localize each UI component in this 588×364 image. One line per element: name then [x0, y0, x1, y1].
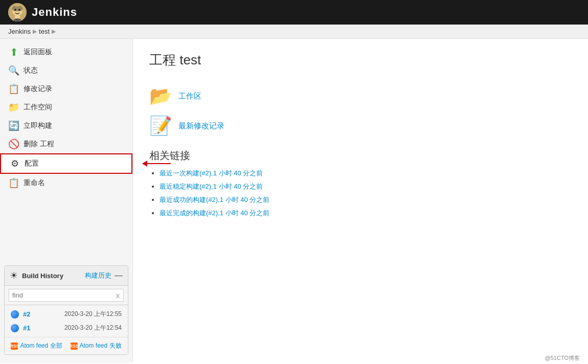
related-link-2[interactable]: 最近稳定构建(#2),1 小时 40 分之前 — [160, 183, 263, 190]
breadcrumb-sep-2: ▶ — [52, 28, 56, 35]
build-status-ball-1 — [11, 324, 19, 332]
build-search-input[interactable] — [9, 289, 124, 302]
workspace-item: 📂 工作区 — [149, 85, 572, 107]
delete-icon: 🚫 — [8, 139, 19, 150]
build-date-2: 2020-3-20 上午12:55 — [64, 310, 122, 318]
related-links-list: 最近一次构建(#2),1 小时 40 分之前 最近稳定构建(#2),1 小时 4… — [149, 169, 572, 218]
sidebar-nav: ⬆ 返回面板 🔍 状态 📋 修改记录 📁 工作空间 🔄 立即构建 🚫 — [0, 43, 132, 261]
list-item: 最近成功的构建(#2),1 小时 40 分之前 — [160, 195, 572, 204]
svg-rect-4 — [12, 6, 22, 11]
workspace-link[interactable]: 工作区 — [178, 92, 201, 101]
atom-feed-fail-label: Atom feed 失败 — [80, 342, 122, 350]
build-footer: RSS Atom feed 全部 RSS Atom feed 失败 — [5, 337, 128, 354]
project-title: 工程 test — [149, 51, 572, 69]
build-history-title: Build History — [22, 272, 63, 280]
sidebar-label-rename: 重命名 — [24, 178, 45, 188]
rss-icon-fail: RSS — [71, 343, 78, 350]
breadcrumb-test[interactable]: test — [39, 28, 50, 35]
atom-feed-all-label: Atom feed 全部 — [20, 342, 62, 350]
changelog-link[interactable]: 最新修改记录 — [178, 121, 224, 131]
workspace-section: 📂 工作区 📝 最新修改记录 — [149, 85, 572, 136]
build-history-icon: ☀ — [10, 270, 18, 281]
changelog-icon: 📝 — [149, 115, 172, 136]
sidebar-label-build-now: 立即构建 — [24, 121, 52, 130]
status-icon: 🔍 — [8, 65, 19, 76]
main-content: 工程 test 📂 工作区 📝 最新修改记录 相关链接 最近一次构建(#2),1… — [133, 39, 588, 363]
table-row[interactable]: #1 2020-3-20 上午12:54 — [5, 321, 128, 335]
build-history-link[interactable]: 构建历史 — [85, 271, 111, 280]
app-title: Jenkins — [32, 6, 77, 19]
list-item: 最近完成的构建(#2),1 小时 40 分之前 — [160, 209, 572, 218]
sidebar-label-workspace: 工作空间 — [24, 103, 52, 112]
configure-icon: ⚙ — [9, 158, 20, 169]
sidebar-label-delete: 删除 工程 — [24, 140, 54, 149]
sidebar-item-configure[interactable]: ⚙ 配置 — [0, 153, 132, 174]
folder-icon: 📂 — [149, 85, 172, 107]
build-history-header: ☀ Build History 构建历史 — — [5, 266, 128, 286]
sidebar-item-rename[interactable]: 📋 重命名 — [0, 174, 132, 192]
related-title: 相关链接 — [149, 149, 572, 163]
breadcrumb: Jenkins ▶ test ▶ — [0, 25, 588, 39]
table-row[interactable]: #2 2020-3-20 上午12:55 — [5, 307, 128, 321]
sidebar-label-status: 状态 — [24, 66, 38, 75]
atom-feed-all-link[interactable]: RSS Atom feed 全部 — [11, 342, 62, 350]
build-date-1: 2020-3-20 上午12:54 — [64, 324, 122, 332]
sidebar-label-changes: 修改记录 — [24, 84, 52, 94]
breadcrumb-sep-1: ▶ — [33, 28, 37, 35]
sidebar-item-workspace[interactable]: 📁 工作空间 — [0, 98, 132, 117]
back-icon: ⬆ — [8, 47, 19, 58]
build-dash: — — [115, 271, 123, 280]
sidebar-item-changes[interactable]: 📋 修改记录 — [0, 80, 132, 98]
jenkins-avatar — [8, 3, 27, 21]
build-history-title-group: ☀ Build History — [10, 270, 63, 281]
build-now-icon: 🔄 — [8, 120, 19, 131]
logo[interactable]: Jenkins — [8, 3, 77, 21]
sidebar-item-delete[interactable]: 🚫 删除 工程 — [0, 135, 132, 153]
footer-text: @51CTO博客 — [545, 355, 580, 361]
related-link-4[interactable]: 最近完成的构建(#2),1 小时 40 分之前 — [160, 209, 269, 217]
related-link-1[interactable]: 最近一次构建(#2),1 小时 40 分之前 — [160, 169, 263, 177]
rename-icon: 📋 — [8, 177, 19, 189]
build-list: #2 2020-3-20 上午12:55 #1 2020-3-20 上午12:5… — [5, 305, 128, 337]
breadcrumb-jenkins[interactable]: Jenkins — [8, 28, 31, 35]
workspace-icon: 📁 — [8, 102, 19, 113]
arrow-shaft — [143, 163, 171, 164]
app-header: Jenkins — [0, 0, 588, 25]
sidebar-item-configure-wrapper: ⚙ 配置 — [0, 153, 132, 174]
sidebar-item-back[interactable]: ⬆ 返回面板 — [0, 43, 132, 61]
related-section: 相关链接 最近一次构建(#2),1 小时 40 分之前 最近稳定构建(#2),1… — [149, 149, 572, 218]
build-status-ball-2 — [11, 310, 19, 318]
sidebar-label-back: 返回面板 — [24, 48, 52, 57]
rss-icon-all: RSS — [11, 343, 18, 350]
build-search-clear[interactable]: x — [116, 291, 120, 300]
sidebar-label-configure: 配置 — [25, 159, 39, 168]
list-item: 最近一次构建(#2),1 小时 40 分之前 — [160, 169, 572, 178]
build-link-1[interactable]: #1 — [23, 324, 30, 332]
configure-arrow — [143, 163, 171, 164]
main-layout: ⬆ 返回面板 🔍 状态 📋 修改记录 📁 工作空间 🔄 立即构建 🚫 — [0, 39, 588, 363]
changelog-item: 📝 最新修改记录 — [149, 115, 572, 136]
related-link-3[interactable]: 最近成功的构建(#2),1 小时 40 分之前 — [160, 196, 269, 203]
build-history-right: 构建历史 — — [85, 271, 123, 280]
page-footer: @51CTO博客 — [537, 352, 588, 364]
build-link-2[interactable]: #2 — [23, 310, 30, 318]
sidebar: ⬆ 返回面板 🔍 状态 📋 修改记录 📁 工作空间 🔄 立即构建 🚫 — [0, 39, 133, 363]
atom-feed-fail-link[interactable]: RSS Atom feed 失败 — [71, 342, 122, 350]
svg-point-6 — [14, 18, 21, 21]
sidebar-item-status[interactable]: 🔍 状态 — [0, 61, 132, 80]
list-item: 最近稳定构建(#2),1 小时 40 分之前 — [160, 182, 572, 191]
build-history-panel: ☀ Build History 构建历史 — x #2 2020-3-20 上午… — [4, 265, 128, 355]
build-search: x — [5, 286, 128, 305]
changes-icon: 📋 — [8, 83, 19, 95]
sidebar-item-build-now[interactable]: 🔄 立即构建 — [0, 117, 132, 135]
